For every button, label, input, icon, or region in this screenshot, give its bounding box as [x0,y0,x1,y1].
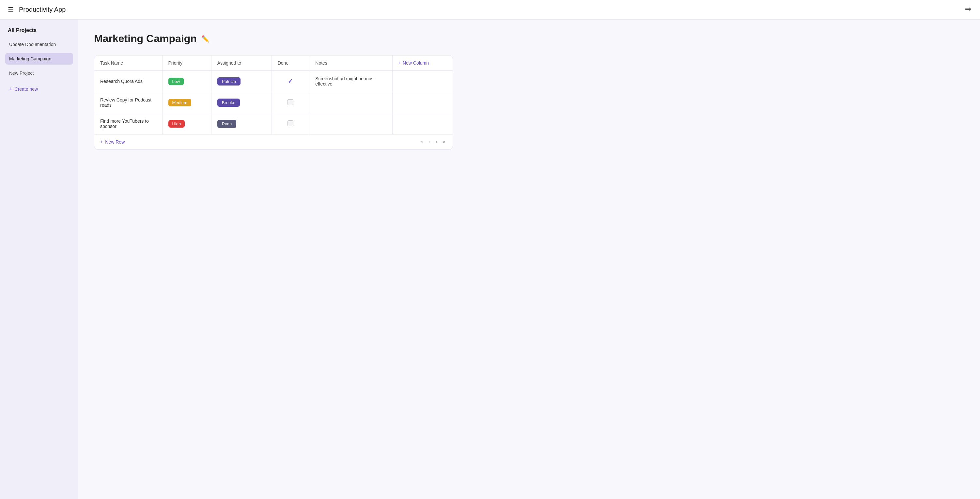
priority-badge: Medium [169,99,191,106]
sidebar-item-update-docs[interactable]: Update Documentation [5,38,73,50]
cell-done-0[interactable]: ✓ [272,71,309,92]
cell-new-col-0 [392,71,453,92]
col-header-notes: Notes [309,56,392,71]
cell-priority-2: High [162,113,211,135]
sidebar-item-new-project[interactable]: New Project [5,67,73,79]
cell-notes-2 [309,113,392,135]
assignee-badge: Patricia [217,77,240,86]
new-row-label: New Row [105,139,125,145]
sidebar-item-label: New Project [9,70,33,76]
col-header-task-name: Task Name [94,56,162,71]
cell-notes-0: Screenshot ad might be most effective [309,71,392,92]
assignee-badge: Ryan [217,120,236,128]
new-column-plus-icon: + [398,60,401,66]
sidebar: All Projects Update Documentation Market… [0,19,78,499]
edit-icon[interactable]: ✏️ [201,35,210,43]
col-header-new-column[interactable]: + New Column [392,56,453,71]
sidebar-item-label: Update Documentation [9,42,56,47]
page-last-button[interactable]: » [441,138,447,146]
assignee-badge: Brooke [217,99,240,107]
checkbox-empty[interactable] [288,121,293,126]
cell-assignee-0: Patricia [211,71,272,92]
topbar-left: ☰ Productivity App [8,6,65,14]
new-row-plus-icon: + [100,139,103,145]
sidebar-item-marketing-campaign[interactable]: Marketing Campaign [5,53,73,65]
cell-new-col-2 [392,113,453,135]
topbar: ☰ Productivity App ⮕ [0,0,980,19]
col-header-priority: Priority [162,56,211,71]
cell-assignee-2: Ryan [211,113,272,135]
page-header: Marketing Campaign ✏️ [94,33,964,45]
col-header-done: Done [272,56,309,71]
cell-done-2[interactable] [272,113,309,135]
cell-done-1[interactable] [272,92,309,113]
layout: All Projects Update Documentation Market… [0,19,980,499]
cell-task-1: Review Copy for Podcast reads [94,92,162,113]
checkmark-icon: ✓ [288,78,293,84]
table-row: Research Quora AdsLowPatricia✓Screenshot… [94,71,453,92]
sidebar-section-title: All Projects [5,27,73,33]
table-row: Find more YouTubers to sponsorHighRyan [94,113,453,135]
sidebar-item-label: Marketing Campaign [9,56,51,61]
task-table-container: Task Name Priority Assigned to Done Note [94,55,453,150]
cell-notes-1 [309,92,392,113]
cell-assignee-1: Brooke [211,92,272,113]
new-row-button[interactable]: + New Row [100,139,125,145]
page-prev-button[interactable]: ‹ [427,138,431,146]
plus-icon: + [9,86,13,92]
main-content: Marketing Campaign ✏️ Task Name Priority… [78,19,980,499]
col-header-assigned-to: Assigned to [211,56,272,71]
page-title: Marketing Campaign [94,33,197,45]
table-header-row: Task Name Priority Assigned to Done Note [94,56,453,71]
checkbox-empty[interactable] [288,99,293,105]
hamburger-icon[interactable]: ☰ [8,6,14,14]
create-new-button[interactable]: + Create new [5,83,73,95]
cell-priority-0: Low [162,71,211,92]
create-new-label: Create new [15,86,38,92]
cell-priority-1: Medium [162,92,211,113]
new-column-btn[interactable]: + New Column [398,60,447,66]
page-first-button[interactable]: « [419,138,425,146]
cell-task-0: Research Quora Ads [94,71,162,92]
page-next-button[interactable]: › [434,138,439,146]
pagination: « ‹ › » [419,138,447,146]
task-table: Task Name Priority Assigned to Done Note [94,56,453,134]
logout-icon[interactable]: ⮕ [965,6,972,14]
priority-badge: High [169,120,185,128]
cell-new-col-1 [392,92,453,113]
cell-task-2: Find more YouTubers to sponsor [94,113,162,135]
table-footer: + New Row « ‹ › » [94,134,453,149]
table-row: Review Copy for Podcast readsMediumBrook… [94,92,453,113]
priority-badge: Low [169,78,184,85]
app-title: Productivity App [19,6,65,13]
